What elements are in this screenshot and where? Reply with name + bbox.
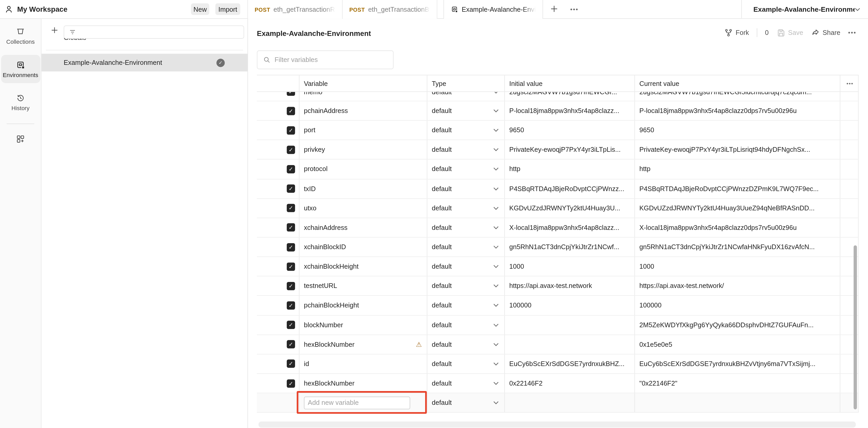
initial-value-cell[interactable]: 2ugscl2MAGVW7b1gsd7fhEWCGf... (504, 92, 634, 101)
row-checkbox[interactable]: ✓ (287, 92, 295, 96)
variable-name-cell[interactable]: utxo (299, 199, 427, 218)
environment-selector[interactable]: Example-Avalanche-Environme (741, 0, 868, 18)
chevron-down-icon[interactable] (493, 304, 499, 307)
variable-name-cell[interactable]: pchainAddress (299, 101, 427, 120)
current-value-cell[interactable]: 2M5ZeKWDYfXkgPg6YyQyka66DDsphvDHtZ7GUFAu… (634, 316, 840, 335)
type-cell[interactable]: default (427, 354, 504, 373)
current-value-cell[interactable]: gn5RhN1aCT3dnCpjYkiJtrZr1NCwfaHNkFyuDX16… (634, 238, 840, 257)
chevron-down-icon[interactable] (493, 148, 499, 151)
current-value-cell[interactable]: https://api.avax-test.network/ (634, 277, 840, 295)
chevron-down-icon[interactable] (493, 168, 499, 171)
type-cell[interactable]: default (427, 179, 504, 198)
variable-name-cell[interactable]: xchainBlockHeight (299, 257, 427, 276)
type-cell[interactable]: default (427, 257, 504, 276)
sidebar-filter-field[interactable] (76, 28, 244, 36)
type-cell[interactable]: default (427, 160, 504, 179)
row-checkbox[interactable]: ✓ (287, 107, 295, 115)
chevron-down-icon[interactable] (493, 129, 499, 132)
type-cell[interactable]: default (427, 335, 504, 354)
chevron-down-icon[interactable] (493, 246, 499, 249)
row-checkbox[interactable]: ✓ (287, 165, 295, 173)
variable-name-cell[interactable]: hexBlockNumber⚠ (299, 335, 427, 354)
more-actions-icon[interactable] (848, 31, 856, 34)
initial-value-cell[interactable] (504, 393, 634, 412)
current-value-cell[interactable]: P-local18jma8ppw3nhx5r4ap8clazz0dps7rv5u… (634, 101, 840, 120)
type-cell[interactable]: default (427, 218, 504, 237)
row-checkbox[interactable]: ✓ (287, 379, 295, 388)
chevron-down-icon[interactable] (493, 109, 499, 112)
current-value-cell[interactable]: 100000 (634, 296, 840, 315)
current-value-cell[interactable]: PrivateKey-ewoqjP7PxY4yr3iLTpLisriqt94hd… (634, 140, 840, 159)
variable-name-cell[interactable]: blockNumber (299, 316, 427, 335)
chevron-down-icon[interactable] (493, 226, 499, 229)
chevron-down-icon[interactable] (493, 323, 499, 327)
variable-name-cell[interactable]: txID (299, 179, 427, 198)
variable-name-cell[interactable]: pchainBlockHeight (299, 296, 427, 315)
chevron-down-icon[interactable] (493, 265, 499, 268)
initial-value-cell[interactable]: 100000 (504, 296, 634, 315)
table-options-icon[interactable] (840, 82, 859, 85)
tab-options-icon[interactable] (570, 8, 578, 11)
filter-variables-box[interactable] (257, 51, 394, 69)
type-cell[interactable]: default (427, 296, 504, 315)
initial-value-cell[interactable]: P4SBqRTDAqJBjeRoDvptCCjPWnzz... (504, 179, 634, 198)
fork-count[interactable]: 0 (765, 29, 769, 37)
type-cell[interactable]: default (427, 374, 504, 393)
current-value-cell[interactable]: 2ugscl2MAGVW7b1gsd7fhEWCGf5ldcmtcdrdjq7c… (634, 92, 840, 101)
sidebar-item-collections[interactable]: Collections (1, 23, 40, 48)
initial-value-cell[interactable]: PrivateKey-ewoqjP7PxY4yr3iLTpLis... (504, 140, 634, 159)
initial-value-cell[interactable]: https://api.avax-test.network (504, 277, 634, 295)
type-cell[interactable]: default (427, 101, 504, 120)
variable-name-cell[interactable]: memo (299, 92, 427, 101)
initial-value-cell[interactable]: http (504, 160, 634, 179)
chevron-down-icon[interactable] (493, 206, 499, 210)
variable-name-cell[interactable]: id (299, 354, 427, 373)
current-value-cell[interactable] (634, 393, 840, 412)
filter-variables-input[interactable] (275, 56, 393, 64)
row-checkbox[interactable]: ✓ (287, 184, 295, 193)
type-cell[interactable]: default (427, 393, 504, 412)
current-value-cell[interactable]: P4SBqRTDAqJBjeRoDvptCCjPWnzzDZPmK9L7WQ7F… (634, 179, 840, 198)
tab-environment-active[interactable]: Example-Avalanche-Envi (443, 0, 543, 19)
current-value-cell[interactable]: KGDvUZzdJRWNYTy2ktU4Huay3UueZ94qNeBfRASn… (634, 199, 840, 218)
chevron-down-icon[interactable] (493, 401, 499, 405)
type-cell[interactable]: default (427, 92, 504, 101)
add-new-variable-input[interactable] (304, 397, 410, 409)
new-tab-button[interactable] (550, 4, 559, 13)
initial-value-cell[interactable]: EuCy6bScEXrSdDGSE7yrdnxukBHZ... (504, 354, 634, 373)
row-checkbox[interactable]: ✓ (287, 243, 295, 251)
sidebar-item-history[interactable]: History (1, 90, 40, 115)
save-button[interactable]: Save (776, 28, 803, 37)
sidebar-item-environments[interactable]: Environments (1, 55, 40, 83)
variable-name-cell[interactable]: port (299, 121, 427, 140)
type-cell[interactable]: default (427, 316, 504, 335)
initial-value-cell[interactable]: 0x22146F2 (504, 374, 634, 393)
current-value-cell[interactable]: X-local18jma8ppw3nhx5r4ap8clazz0dps7rv5u… (634, 218, 840, 237)
sidebar-item-environment[interactable]: Example-Avalanche-Environment ✓ (42, 54, 247, 72)
fork-button[interactable]: Fork (724, 28, 749, 37)
tab-eth-getTransactionReceipt[interactable]: POST eth_getTransactionRece (248, 0, 343, 19)
chevron-down-icon[interactable] (493, 187, 499, 190)
tab-eth-getTransactionByHash[interactable]: POST eth_getTransactionByHa (343, 0, 437, 19)
current-value-cell[interactable]: 9650 (634, 121, 840, 140)
bottom-scrollbar-strip[interactable] (259, 422, 856, 427)
row-checkbox[interactable]: ✓ (287, 301, 295, 310)
row-checkbox[interactable]: ✓ (287, 126, 295, 134)
type-cell[interactable]: default (427, 277, 504, 295)
current-value-cell[interactable]: "0x22146F2" (634, 374, 840, 393)
current-value-cell[interactable]: http (634, 160, 840, 179)
row-checkbox[interactable]: ✓ (287, 340, 295, 349)
row-checkbox[interactable]: ✓ (287, 223, 295, 232)
row-checkbox[interactable]: ✓ (287, 321, 295, 329)
initial-value-cell[interactable]: KGDvUZzdJRWNYTy2ktU4Huay3U... (504, 199, 634, 218)
initial-value-cell[interactable]: 9650 (504, 121, 634, 140)
workspace-switcher[interactable]: My Workspace (4, 0, 67, 18)
add-environment-button[interactable] (49, 25, 60, 36)
current-value-cell[interactable]: 1000 (634, 257, 840, 276)
chevron-down-icon[interactable] (493, 362, 499, 366)
type-cell[interactable]: default (427, 199, 504, 218)
row-checkbox[interactable]: ✓ (287, 204, 295, 212)
row-checkbox[interactable]: ✓ (287, 360, 295, 368)
row-checkbox[interactable]: ✓ (287, 282, 295, 290)
sidebar-filter-input[interactable] (64, 26, 244, 39)
